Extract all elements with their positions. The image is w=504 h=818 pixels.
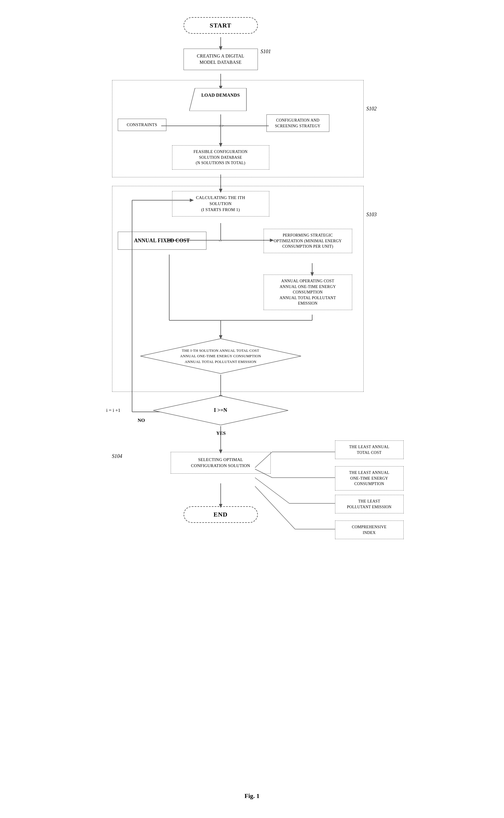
creating-db-node: CREATING A DIGITAL MODEL DATABASE [184, 49, 258, 70]
i-increment-node: i = i +1 [106, 407, 121, 413]
svg-line-31 [255, 486, 295, 529]
calc-ith-label: CALCULATING THE ITH SOLUTION (I STARTS F… [196, 195, 245, 212]
feasible-config-label: FEASIBLE CONFIGURATION SOLUTION DATABASE… [194, 150, 248, 165]
flowchart: >> ‹› START S101 CREATING A DIGITAL MODE… [95, 11, 409, 784]
s102-label: S102 [366, 106, 377, 112]
annual-fixed-cost-label: ANNUAL FIXED COST [134, 238, 190, 243]
constraints-label: CONSTRAINTS [127, 122, 157, 127]
feasible-config-node: FEASIBLE CONFIGURATION SOLUTION DATABASE… [172, 145, 269, 170]
s103-label: S103 [366, 212, 377, 218]
selecting-optimal-label: SELECTING OPTIMAL CONFIGURATION SOLUTION [191, 457, 250, 468]
config-screening-node: CONFIGURATION AND SCREENING STRATEGY [266, 114, 329, 132]
s101-label: S101 [261, 49, 271, 55]
yes-label: YES [216, 431, 226, 436]
figure-label: Fig. 1 [244, 792, 260, 800]
comprehensive-index-node: COMPREHENSIVE INDEX [335, 521, 404, 539]
annual-operating-node: ANNUAL OPERATING COST ANNUAL ONE-TIME EN… [264, 274, 352, 310]
s104-label: S104 [112, 453, 122, 459]
annual-fixed-cost-node: ANNUAL FIXED COST [118, 232, 206, 250]
i-geq-n-diamond-node: i >=N [152, 395, 289, 426]
config-screening-label: CONFIGURATION AND SCREENING STRATEGY [275, 118, 320, 128]
svg-marker-34 [189, 88, 246, 111]
end-label: END [214, 511, 228, 518]
start-label: START [210, 22, 232, 29]
performing-strategic-label: PERFORMING STRATEGIC OPTIMIZATION (MINIM… [274, 233, 342, 248]
end-node: END [184, 506, 258, 523]
load-demands-node: LOAD DEMANDS [189, 88, 252, 102]
ith-solution-diamond-node: THE I-TH SOLUTION ANNUAL TOTAL COST ANNU… [139, 337, 302, 375]
yes-label-node: YES [216, 431, 226, 436]
creating-db-label: CREATING A DIGITAL MODEL DATABASE [197, 53, 244, 65]
least-annual-cost-node: THE LEAST ANNUAL TOTAL COST [335, 441, 404, 459]
i-increment-label: i = i +1 [106, 407, 121, 413]
least-annual-cost-label: THE LEAST ANNUAL TOTAL COST [349, 445, 389, 455]
comprehensive-index-label: COMPREHENSIVE INDEX [352, 525, 387, 535]
ith-solution-label: THE I-TH SOLUTION ANNUAL TOTAL COST ANNU… [180, 348, 261, 365]
svg-line-29 [255, 478, 289, 504]
load-demands-label: LOAD DEMANDS [201, 93, 240, 97]
constraints-node: CONSTRAINTS [118, 119, 166, 131]
least-annual-energy-node: THE LEAST ANNUAL ONE-TIME ENERGY CONSUMP… [335, 466, 404, 491]
no-label-node: NO [138, 418, 145, 423]
i-geq-n-label: i >=N [214, 407, 227, 414]
no-label: NO [138, 418, 145, 423]
calc-ith-node: CALCULATING THE ITH SOLUTION (I STARTS F… [172, 191, 269, 216]
annual-operating-label: ANNUAL OPERATING COST ANNUAL ONE-TIME EN… [280, 279, 336, 305]
start-node: START [184, 17, 258, 34]
least-pollutant-label: THE LEAST POLLUTANT EMISSION [347, 499, 391, 509]
performing-strategic-node: PERFORMING STRATEGIC OPTIMIZATION (MINIM… [264, 229, 352, 253]
selecting-optimal-node: SELECTING OPTIMAL CONFIGURATION SOLUTION [171, 452, 271, 474]
least-pollutant-node: THE LEAST POLLUTANT EMISSION [335, 495, 404, 514]
least-annual-energy-label: THE LEAST ANNUAL ONE-TIME ENERGY CONSUMP… [349, 471, 389, 486]
